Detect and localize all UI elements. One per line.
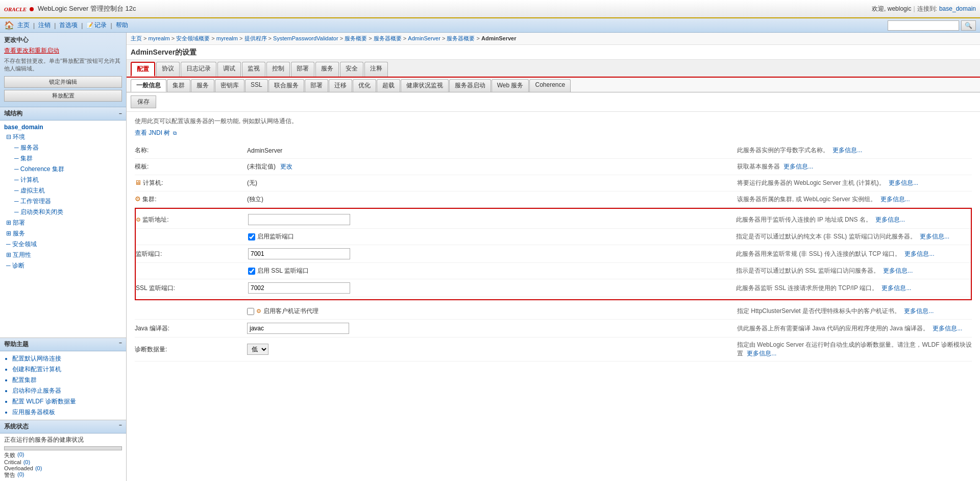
breadcrumb-myrealm2[interactable]: myrealm bbox=[216, 35, 238, 41]
subtab-keystore[interactable]: 密钥库 bbox=[215, 79, 244, 92]
nav-record[interactable]: 📝 记录 bbox=[86, 21, 107, 30]
help-item-2[interactable]: 创建和配置计算机 bbox=[12, 364, 122, 375]
tree-startup[interactable]: ─ 启动类和关闭类 bbox=[0, 207, 126, 218]
subtab-services[interactable]: 服务 bbox=[191, 79, 214, 92]
diag-field[interactable]: 低 中 高 bbox=[247, 344, 727, 355]
subtab-coherence[interactable]: Coherence bbox=[529, 79, 571, 92]
breadcrumb-providers[interactable]: 提供程序 bbox=[244, 35, 267, 41]
client-cert-field[interactable]: ⚙ 启用客户机证书代理 bbox=[247, 307, 727, 316]
help-item-3[interactable]: 配置集群 bbox=[12, 375, 122, 386]
name-more-link[interactable]: 更多信息... bbox=[832, 147, 862, 154]
jndi-tree-link[interactable]: 查看 JNDI 树 bbox=[135, 129, 170, 136]
subtab-deploy[interactable]: 部署 bbox=[305, 79, 328, 92]
status-collapse-icon[interactable]: − bbox=[119, 422, 122, 431]
subtab-ssl[interactable]: SSL bbox=[245, 79, 268, 92]
java-compiler-input[interactable] bbox=[247, 323, 349, 334]
listen-port-enabled-more-link[interactable]: 更多信息... bbox=[920, 233, 949, 240]
java-compiler-more-link[interactable]: 更多信息... bbox=[933, 325, 962, 332]
tree-clusters[interactable]: ─ 集群 bbox=[0, 153, 126, 164]
listen-port-enabled-field[interactable]: 启用监听端口 bbox=[248, 232, 726, 241]
ssl-listen-port-field[interactable] bbox=[248, 282, 726, 294]
breadcrumb-home[interactable]: 主页 bbox=[131, 35, 142, 41]
subtab-general[interactable]: 一般信息 bbox=[131, 79, 166, 92]
tree-services[interactable]: ⊞ 服务 bbox=[0, 228, 126, 239]
listen-port-enabled-checkbox[interactable] bbox=[248, 233, 255, 240]
tree-servers[interactable]: ─ 服务器 bbox=[0, 142, 126, 153]
status-overloaded-count[interactable]: (0) bbox=[35, 465, 42, 471]
tab-notes[interactable]: 注释 bbox=[364, 62, 388, 77]
help-item-5[interactable]: 配置 WLDF 诊断数据量 bbox=[12, 396, 122, 407]
tree-virtual-hosts[interactable]: ─ 虚拟主机 bbox=[0, 185, 126, 196]
help-item-4[interactable]: 启动和停止服务器 bbox=[12, 386, 122, 396]
ssl-listen-enabled-checkbox[interactable] bbox=[248, 268, 255, 275]
tab-logging[interactable]: 日志记录 bbox=[181, 62, 216, 77]
listen-port-input[interactable] bbox=[248, 248, 350, 259]
ssl-listen-port-input[interactable] bbox=[248, 282, 350, 294]
nav-home[interactable]: 主页 bbox=[17, 21, 30, 30]
subtab-server-start[interactable]: 服务器启动 bbox=[449, 79, 491, 92]
change-center-link[interactable]: 查看更改和重新启动 bbox=[4, 46, 122, 55]
subtab-optimize[interactable]: 优化 bbox=[353, 79, 376, 92]
breadcrumb-services[interactable]: 服务概要 bbox=[345, 35, 367, 41]
listen-addr-field[interactable] bbox=[248, 214, 726, 225]
subtab-overload[interactable]: 超载 bbox=[377, 79, 400, 92]
save-button[interactable]: 保存 bbox=[131, 95, 156, 108]
ssl-listen-enabled-field[interactable]: 启用 SSL 监听端口 bbox=[248, 267, 726, 275]
breadcrumb-validator[interactable]: SystemPasswordValidator bbox=[273, 35, 338, 41]
cluster-more-link[interactable]: 更多信息... bbox=[880, 196, 910, 203]
home-icon[interactable]: 🏠 bbox=[4, 20, 14, 30]
diag-more-link[interactable]: 更多信息... bbox=[747, 350, 776, 357]
listen-port-field[interactable] bbox=[248, 248, 726, 259]
lock-edit-button[interactable]: 锁定并编辑 bbox=[4, 76, 122, 88]
tab-config[interactable]: 配置 bbox=[131, 62, 155, 77]
domain-link[interactable]: base_domain bbox=[939, 5, 976, 12]
tree-coherence[interactable]: ─ Coherence 集群 bbox=[0, 164, 126, 175]
collapse-icon[interactable]: − bbox=[119, 111, 122, 116]
tab-services[interactable]: 服务 bbox=[315, 62, 339, 77]
ssl-listen-enabled-more-link[interactable]: 更多信息... bbox=[883, 267, 913, 274]
subtab-webservices[interactable]: Web 服务 bbox=[492, 79, 529, 92]
listen-addr-more-link[interactable]: 更多信息... bbox=[875, 216, 905, 223]
java-compiler-field[interactable] bbox=[247, 323, 727, 334]
listen-port-more-link[interactable]: 更多信息... bbox=[904, 250, 934, 257]
tree-security[interactable]: ─ 安全领域 bbox=[0, 239, 126, 250]
release-config-button[interactable]: 释放配置 bbox=[4, 90, 122, 102]
breadcrumb-myrealm[interactable]: myrealm bbox=[149, 35, 170, 41]
nav-help[interactable]: 帮助 bbox=[116, 21, 128, 30]
breadcrumb-security[interactable]: 安全领域概要 bbox=[176, 35, 210, 41]
tab-control[interactable]: 控制 bbox=[266, 62, 290, 77]
tab-deploy[interactable]: 部署 bbox=[291, 62, 314, 77]
help-item-1[interactable]: 配置默认网络连接 bbox=[12, 353, 122, 364]
machine-more-link[interactable]: 更多信息... bbox=[889, 179, 918, 186]
nav-logout[interactable]: 注销 bbox=[38, 21, 51, 30]
tab-debug[interactable]: 调试 bbox=[217, 62, 241, 77]
tab-security[interactable]: 安全 bbox=[340, 62, 363, 77]
status-fail-count[interactable]: (0) bbox=[17, 451, 24, 459]
tab-monitor[interactable]: 监视 bbox=[242, 62, 265, 77]
tree-interop[interactable]: ⊞ 互用性 bbox=[0, 250, 126, 260]
tree-diag[interactable]: ─ 诊断 bbox=[0, 260, 126, 271]
nav-preferences[interactable]: 首选项 bbox=[59, 21, 78, 30]
breadcrumb-server-overview2[interactable]: 服务器概要 bbox=[447, 35, 475, 41]
status-critical-count[interactable]: (0) bbox=[23, 459, 30, 465]
subtab-federation[interactable]: 联合服务 bbox=[268, 79, 304, 92]
breadcrumb-adminserver[interactable]: AdminServer bbox=[408, 35, 440, 41]
tree-root[interactable]: base_domain bbox=[0, 123, 126, 132]
subtab-migration[interactable]: 迁移 bbox=[329, 79, 352, 92]
client-cert-checkbox[interactable] bbox=[247, 308, 254, 315]
search-button[interactable]: 🔍 bbox=[961, 20, 976, 31]
breadcrumb-server-overview[interactable]: 服务器概要 bbox=[374, 35, 402, 41]
tab-protocol[interactable]: 协议 bbox=[156, 62, 180, 77]
diag-select[interactable]: 低 中 高 bbox=[247, 344, 268, 355]
help-collapse-icon[interactable]: − bbox=[119, 340, 122, 349]
ssl-listen-port-more-link[interactable]: 更多信息... bbox=[881, 284, 911, 292]
tree-machines[interactable]: ─ 计算机 bbox=[0, 175, 126, 185]
subtab-health[interactable]: 健康状况监视 bbox=[401, 79, 449, 92]
listen-addr-input[interactable] bbox=[248, 214, 350, 225]
tree-work-managers[interactable]: ─ 工作管理器 bbox=[0, 196, 126, 207]
status-warning-count[interactable]: (0) bbox=[17, 471, 24, 479]
tree-env[interactable]: ⊟ 环境 bbox=[0, 132, 126, 142]
template-change-link[interactable]: 更改 bbox=[280, 163, 292, 170]
client-cert-more-link[interactable]: 更多信息... bbox=[904, 307, 934, 315]
help-item-6[interactable]: 应用服务器模板 bbox=[12, 407, 122, 418]
